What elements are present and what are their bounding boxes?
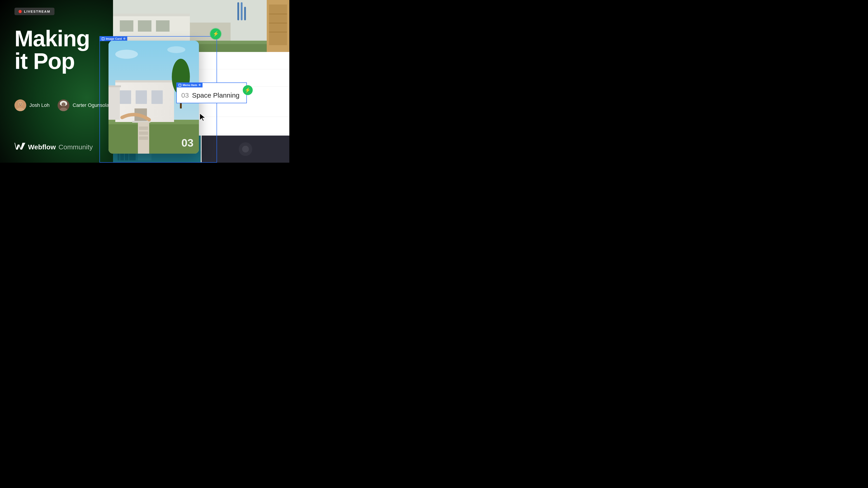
webflow-logo: Webflow Community xyxy=(14,143,93,151)
svg-rect-54 xyxy=(139,131,148,135)
card-number: 03 xyxy=(182,137,193,149)
svg-rect-55 xyxy=(139,136,148,140)
avatar-carter xyxy=(58,99,69,111)
headline-line2: it Pop xyxy=(14,50,90,72)
lightning-bolt-top: ⚡ xyxy=(210,29,221,39)
svg-rect-44 xyxy=(135,90,147,104)
livestream-label: LIVESTREAM xyxy=(24,9,51,13)
live-dot xyxy=(19,10,22,13)
author-name-josh: Josh Loh xyxy=(29,102,50,108)
menu-item-overlay: Menu Item ⚙ 03 Space Planning ⚡ xyxy=(176,83,247,103)
svg-point-25 xyxy=(61,102,66,106)
svg-rect-10 xyxy=(269,23,287,24)
svg-point-20 xyxy=(19,104,20,104)
svg-rect-9 xyxy=(269,13,287,14)
svg-rect-48 xyxy=(108,86,120,120)
svg-rect-42 xyxy=(115,80,174,83)
menu-item-number: 03 xyxy=(181,92,189,99)
svg-rect-11 xyxy=(269,32,287,33)
webflow-name: Webflow xyxy=(28,143,56,151)
svg-rect-2 xyxy=(120,20,133,32)
svg-rect-4 xyxy=(156,20,169,32)
authors: Josh Loh Carter Ogunsola xyxy=(14,99,109,111)
menu-item-label-text: Menu Item xyxy=(183,84,197,87)
svg-rect-49 xyxy=(108,86,121,87)
image-card-selection-label: Image Card ⚙ xyxy=(100,36,127,41)
menu-item-title-text: Space Planning xyxy=(192,92,239,99)
menu-item-box-icon xyxy=(179,84,181,87)
menu-item-selection-label: Menu Item ⚙ xyxy=(177,83,203,88)
svg-rect-8 xyxy=(269,4,287,45)
headline: Making it Pop xyxy=(14,27,90,72)
svg-rect-45 xyxy=(151,90,163,104)
svg-rect-53 xyxy=(139,127,148,130)
svg-point-26 xyxy=(62,104,63,105)
menu-item-frame: Menu Item ⚙ 03 Space Planning ⚡ xyxy=(176,83,247,103)
author-josh: Josh Loh xyxy=(14,99,50,111)
lightning-icon-mid: ⚡ xyxy=(245,87,251,93)
svg-point-21 xyxy=(21,104,22,104)
webflow-w-icon xyxy=(14,143,25,151)
livestream-badge: LIVESTREAM xyxy=(14,8,55,15)
menu-item-gear-icon: ⚙ xyxy=(198,84,201,87)
image-card-label-text: Image Card xyxy=(106,37,122,40)
lightning-bolt-mid: ⚡ xyxy=(243,85,253,95)
svg-point-56 xyxy=(115,50,138,59)
avatar-josh xyxy=(14,99,26,111)
svg-rect-16 xyxy=(244,7,246,20)
svg-rect-5 xyxy=(113,13,190,16)
menu-item-content: 03 Space Planning xyxy=(177,88,246,103)
svg-point-37 xyxy=(242,146,249,153)
headline-line1: Making xyxy=(14,27,90,50)
lightning-icon-top: ⚡ xyxy=(213,31,219,37)
svg-rect-43 xyxy=(120,90,131,104)
svg-point-57 xyxy=(167,46,185,53)
selection-box-icon xyxy=(102,37,104,40)
webflow-community: Community xyxy=(59,143,93,151)
svg-rect-3 xyxy=(138,20,151,32)
image-card-gear-icon: ⚙ xyxy=(123,37,125,40)
svg-point-27 xyxy=(64,104,65,105)
svg-rect-15 xyxy=(241,2,243,20)
svg-rect-14 xyxy=(237,2,239,20)
